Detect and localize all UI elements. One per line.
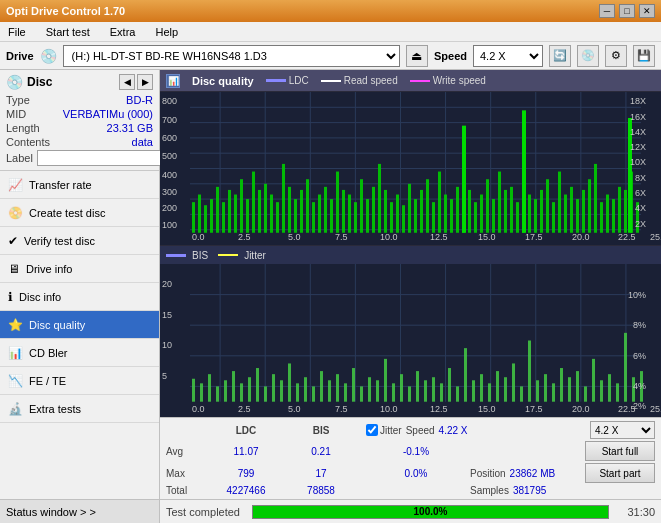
svg-text:100: 100 bbox=[162, 220, 177, 230]
nav-create-test-disc[interactable]: 📀 Create test disc bbox=[0, 199, 159, 227]
nav-transfer-rate-label: Transfer rate bbox=[29, 179, 92, 191]
svg-rect-63 bbox=[450, 199, 453, 233]
jitter-legend: Jitter bbox=[218, 250, 266, 261]
svg-text:7.5: 7.5 bbox=[335, 232, 348, 242]
svg-rect-89 bbox=[606, 195, 609, 233]
bis-legend: BIS bbox=[166, 250, 208, 261]
nav-transfer-rate[interactable]: 📈 Transfer rate bbox=[0, 171, 159, 199]
menu-bar: File Start test Extra Help bbox=[0, 22, 661, 42]
svg-text:20: 20 bbox=[162, 279, 172, 289]
svg-rect-82 bbox=[564, 195, 567, 233]
title-bar: Opti Drive Control 1.70 ─ □ ✕ bbox=[0, 0, 661, 22]
svg-text:20.0: 20.0 bbox=[572, 404, 590, 414]
type-key: Type bbox=[6, 94, 30, 106]
save-button[interactable]: 💾 bbox=[633, 45, 655, 67]
refresh-button[interactable]: 🔄 bbox=[549, 45, 571, 67]
svg-rect-185 bbox=[544, 374, 547, 402]
nav-disc-info[interactable]: ℹ Disc info bbox=[0, 283, 159, 311]
svg-text:17.5: 17.5 bbox=[525, 232, 543, 242]
app-title: Opti Drive Control 1.70 bbox=[6, 5, 125, 17]
menu-help[interactable]: Help bbox=[151, 24, 182, 40]
disc-type-row: Type BD-R bbox=[6, 94, 153, 106]
nav-fe-te[interactable]: 📉 FE / TE bbox=[0, 367, 159, 395]
total-label: Total bbox=[166, 485, 206, 496]
close-button[interactable]: ✕ bbox=[639, 4, 655, 18]
chart-title: Disc quality bbox=[192, 75, 254, 87]
mid-key: MID bbox=[6, 108, 26, 120]
svg-rect-29 bbox=[246, 199, 249, 233]
start-part-button[interactable]: Start part bbox=[585, 463, 655, 483]
disc-label-row: Label 🔍 bbox=[6, 150, 153, 166]
nav-cd-bler[interactable]: 📊 CD Bler bbox=[0, 339, 159, 367]
svg-rect-52 bbox=[384, 190, 387, 233]
disc-mid-row: MID VERBATIMu (000) bbox=[6, 108, 153, 120]
nav-disc-quality[interactable]: ⭐ Disc quality bbox=[0, 311, 159, 339]
settings-button[interactable]: ⚙ bbox=[605, 45, 627, 67]
speed-select[interactable]: 4.2 X bbox=[473, 45, 543, 67]
svg-rect-162 bbox=[360, 386, 363, 401]
drive-select[interactable]: (H:) HL-DT-ST BD-RE WH16NS48 1.D3 bbox=[63, 45, 400, 67]
menu-file[interactable]: File bbox=[4, 24, 30, 40]
svg-rect-187 bbox=[560, 368, 563, 402]
svg-rect-88 bbox=[600, 202, 603, 233]
svg-rect-60 bbox=[432, 202, 435, 233]
progress-bar: 100.0% bbox=[252, 505, 609, 519]
svg-text:700: 700 bbox=[162, 115, 177, 125]
svg-rect-69 bbox=[486, 179, 489, 233]
jitter-checkbox[interactable] bbox=[366, 424, 378, 436]
svg-rect-188 bbox=[568, 377, 571, 401]
svg-rect-192 bbox=[600, 380, 603, 401]
svg-text:500: 500 bbox=[162, 151, 177, 161]
maximize-button[interactable]: □ bbox=[619, 4, 635, 18]
extra-tests-icon: 🔬 bbox=[8, 402, 23, 416]
window-controls: ─ □ ✕ bbox=[599, 4, 655, 18]
status-window[interactable]: Status window > > bbox=[0, 499, 159, 523]
svg-rect-80 bbox=[552, 202, 555, 233]
svg-rect-189 bbox=[576, 371, 579, 402]
disc-length-row: Length 23.31 GB bbox=[6, 122, 153, 134]
svg-rect-77 bbox=[534, 199, 537, 233]
bis-col-header: BIS bbox=[286, 425, 356, 436]
disc-contents-row: Contents data bbox=[6, 136, 153, 148]
mid-val: VERBATIMu (000) bbox=[63, 108, 153, 120]
svg-text:15: 15 bbox=[162, 310, 172, 320]
label-input[interactable] bbox=[37, 150, 166, 166]
minimize-button[interactable]: ─ bbox=[599, 4, 615, 18]
nav-drive-info[interactable]: 🖥 Drive info bbox=[0, 255, 159, 283]
svg-text:300: 300 bbox=[162, 187, 177, 197]
contents-key: Contents bbox=[6, 136, 50, 148]
svg-rect-173 bbox=[448, 368, 451, 402]
svg-rect-30 bbox=[252, 172, 255, 233]
samples-label: Samples bbox=[470, 485, 509, 496]
avg-ldc: 11.07 bbox=[206, 446, 286, 457]
status-window-label: Status window > > bbox=[6, 506, 96, 518]
ldc-legend: LDC bbox=[266, 75, 309, 86]
disc-info-icon: ℹ bbox=[8, 290, 13, 304]
nav-verify-test-disc[interactable]: ✔ Verify test disc bbox=[0, 227, 159, 255]
svg-rect-184 bbox=[536, 380, 539, 401]
svg-rect-150 bbox=[264, 386, 267, 401]
svg-rect-154 bbox=[296, 383, 299, 401]
verify-test-icon: ✔ bbox=[8, 234, 18, 248]
svg-rect-164 bbox=[376, 380, 379, 401]
elapsed-time: 31:30 bbox=[615, 506, 655, 518]
disc-icon-btn1[interactable]: ◀ bbox=[119, 74, 135, 90]
max-label: Max bbox=[166, 468, 206, 479]
disc-button[interactable]: 💿 bbox=[577, 45, 599, 67]
svg-rect-39 bbox=[306, 179, 309, 233]
start-full-button[interactable]: Start full bbox=[585, 441, 655, 461]
nav-verify-test-label: Verify test disc bbox=[24, 235, 95, 247]
nav-extra-tests[interactable]: 🔬 Extra tests bbox=[0, 395, 159, 423]
svg-rect-92 bbox=[624, 190, 627, 233]
svg-rect-45 bbox=[342, 190, 345, 233]
svg-rect-25 bbox=[222, 202, 225, 233]
nav-disc-quality-label: Disc quality bbox=[29, 319, 85, 331]
nav-create-test-label: Create test disc bbox=[29, 207, 105, 219]
eject-button[interactable]: ⏏ bbox=[406, 45, 428, 67]
disc-icon-btn2[interactable]: ▶ bbox=[137, 74, 153, 90]
svg-rect-21 bbox=[198, 195, 201, 233]
menu-start-test[interactable]: Start test bbox=[42, 24, 94, 40]
svg-rect-178 bbox=[488, 383, 491, 401]
stats-speed-select[interactable]: 4.2 X bbox=[590, 421, 655, 439]
menu-extra[interactable]: Extra bbox=[106, 24, 140, 40]
